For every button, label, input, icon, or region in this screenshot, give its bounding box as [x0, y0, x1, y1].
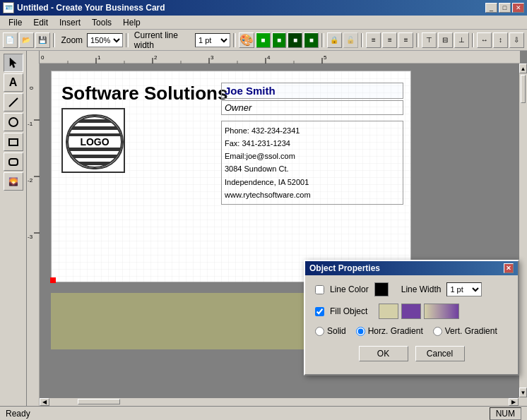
ok-button[interactable]: OK — [359, 346, 408, 361]
line-color-swatch[interactable] — [374, 282, 389, 296]
horz-gradient-label: Horz. Gradient — [368, 326, 423, 336]
horz-gradient-radio[interactable]: Horz. Gradient — [356, 326, 423, 336]
zoom-label: Zoom — [61, 35, 83, 45]
solid-radio[interactable]: Solid — [315, 326, 346, 336]
svg-text:1: 1 — [97, 54, 101, 61]
lock-btn[interactable]: 🔒 — [327, 32, 342, 48]
svg-rect-38 — [68, 126, 122, 130]
rect-tool[interactable] — [4, 133, 23, 151]
flip-v-btn[interactable]: ↕ — [493, 32, 508, 48]
line-color-label: Line Color — [330, 284, 369, 294]
vert-gradient-label: Vert. Gradient — [445, 326, 497, 336]
scroll-right-btn[interactable]: ▶ — [509, 398, 519, 406]
cancel-button[interactable]: Cancel — [415, 346, 465, 361]
svg-text:-3: -3 — [28, 234, 33, 240]
ruler-left: 0 -1 -2 -3 — [27, 64, 40, 397]
ruler-corner — [27, 51, 40, 64]
svg-text:2: 2 — [154, 54, 158, 61]
color-btn-4[interactable]: ■ — [288, 32, 302, 48]
svg-text:3: 3 — [211, 54, 214, 61]
card-contact: Phone: 432-234-2341 Fax: 341-231-1234 Em… — [225, 124, 400, 201]
gradient-swatch-2[interactable] — [401, 304, 421, 319]
dialog-close-button[interactable]: ✕ — [504, 263, 514, 273]
svg-text:-1: -1 — [28, 121, 33, 127]
vert-gradient-radio[interactable]: Vert. Gradient — [433, 326, 497, 336]
send-back-btn[interactable]: ⇩ — [509, 32, 524, 48]
dialog-title-bar[interactable]: Object Properties ✕ — [305, 261, 518, 275]
v-scrollbar[interactable]: ▲ ▼ — [519, 64, 527, 397]
select-tool[interactable] — [4, 54, 23, 72]
menu-insert[interactable]: Insert — [54, 16, 86, 29]
save-button[interactable]: 💾 — [35, 32, 50, 48]
flip-h-btn[interactable]: ↔ — [477, 32, 492, 48]
scroll-thumb-h[interactable] — [78, 399, 120, 404]
rounded-rect-tool[interactable] — [4, 152, 23, 171]
scroll-up-btn[interactable]: ▲ — [519, 64, 527, 73]
svg-rect-2 — [9, 139, 18, 145]
card-right-panel: Joe Smith Owner Phone: 432-234-2341 Fax:… — [221, 83, 403, 205]
align-top-btn[interactable]: ⊤ — [422, 32, 437, 48]
menu-help[interactable]: Help — [117, 16, 146, 29]
fill-object-checkbox[interactable] — [315, 307, 324, 316]
company-name: Software Solutions — [61, 83, 227, 104]
new-button[interactable]: 📄 — [3, 32, 18, 48]
gradient-swatch-3[interactable] — [424, 304, 459, 319]
logo-svg: LOGO — [63, 109, 125, 173]
close-button[interactable]: ✕ — [512, 3, 524, 13]
logo-container: LOGO — [61, 108, 125, 173]
scroll-track-v[interactable] — [519, 73, 527, 388]
zoom-select[interactable]: 150% 50% 75% 100% 200% — [87, 33, 123, 47]
scroll-track-h[interactable] — [49, 398, 509, 406]
gradient-swatch-1[interactable] — [379, 304, 398, 319]
role-field: Owner — [221, 100, 403, 115]
maximize-button[interactable]: □ — [499, 3, 511, 13]
line-width-label-dialog: Line Width — [401, 284, 442, 294]
menu-tools[interactable]: Tools — [86, 16, 117, 29]
line-width-dialog-select[interactable]: 1 pt 0.5 pt 2 pt — [446, 282, 482, 296]
title-bar-buttons[interactable]: _ □ ✕ — [485, 3, 524, 13]
line-color-checkbox[interactable] — [315, 285, 324, 294]
unlock-btn[interactable]: 🔓 — [343, 32, 358, 48]
text-tool[interactable]: A — [4, 73, 23, 92]
menu-edit[interactable]: Edit — [28, 16, 54, 29]
align-left-btn[interactable]: ≡ — [366, 32, 381, 48]
menu-file[interactable]: File — [3, 16, 28, 29]
app-icon: 🪪 — [3, 2, 14, 13]
align-center-btn[interactable]: ≡ — [382, 32, 397, 48]
line-tool[interactable] — [4, 93, 23, 112]
ellipse-tool[interactable] — [4, 113, 23, 131]
svg-rect-4 — [40, 51, 520, 64]
handle-bl — [50, 277, 56, 283]
svg-text:LOGO: LOGO — [80, 136, 109, 148]
ruler-left-svg: 0 -1 -2 -3 — [27, 64, 40, 406]
color-btn-5[interactable]: ■ — [304, 32, 319, 48]
title-bar-left: 🪪 Untitled - Create Your Business Card — [3, 2, 165, 13]
scroll-left-btn[interactable]: ◀ — [40, 398, 49, 406]
line-width-select[interactable]: 1 pt 0.5 pt 2 pt 3 pt — [195, 33, 230, 47]
image-tool[interactable]: 🌄 — [4, 172, 23, 191]
fill-object-row: Fill Object — [315, 304, 508, 319]
contact-field: Phone: 432-234-2341 Fax: 341-231-1234 Em… — [221, 121, 403, 205]
title-bar-text: Untitled - Create Your Business Card — [17, 3, 165, 13]
svg-text:-2: -2 — [28, 177, 33, 184]
scroll-thumb-v[interactable] — [521, 75, 526, 103]
svg-text:4: 4 — [267, 54, 271, 61]
toolbar-separator-7 — [472, 33, 475, 47]
color-btn-2[interactable]: ■ — [256, 32, 271, 48]
color-btn-1[interactable]: 🎨 — [239, 32, 254, 48]
h-scrollbar[interactable]: ◀ ▶ — [40, 397, 519, 406]
color-btn-3[interactable]: ■ — [272, 32, 287, 48]
object-properties-dialog: Object Properties ✕ Line Color Line Widt… — [304, 260, 519, 376]
scroll-down-btn[interactable]: ▼ — [519, 388, 527, 397]
align-bot-btn[interactable]: ⊥ — [454, 32, 469, 48]
ruler-top: 0 1 2 3 4 5 — [40, 51, 520, 64]
fill-object-label: Fill Object — [330, 306, 367, 316]
toolbar-separator-1 — [53, 33, 56, 47]
svg-point-1 — [9, 118, 18, 126]
open-button[interactable]: 📂 — [19, 32, 34, 48]
toolbar-separator-6 — [416, 33, 419, 47]
minimize-button[interactable]: _ — [485, 3, 497, 13]
left-toolbar: A 🌄 — [0, 51, 27, 406]
align-mid-btn[interactable]: ⊟ — [438, 32, 453, 48]
align-right-btn[interactable]: ≡ — [398, 32, 413, 48]
